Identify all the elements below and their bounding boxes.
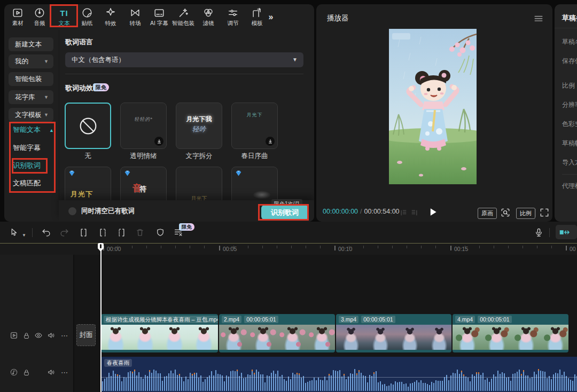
lyrics-language-select[interactable]: 中文（包含粤语） ▼ [65, 52, 303, 67]
waveform-bar [279, 377, 280, 391]
audio-track-lock-icon[interactable] [21, 367, 32, 378]
delete-icon[interactable] [134, 226, 146, 239]
play-button[interactable] [427, 207, 438, 217]
sidebar-item-recognize-lyrics[interactable]: 识别歌词 [13, 160, 41, 171]
sidebar-item-mine[interactable]: 我的▼ [9, 54, 53, 68]
tab-media[interactable]: 素材 [6, 6, 29, 29]
video-preview[interactable] [389, 29, 477, 184]
player-menu-icon[interactable] [533, 13, 544, 23]
text-library-panel: 素材 音频 TI 文本 贴纸 特效 转场 AI 字幕 智能包装 [4, 4, 314, 222]
tab-smart-package[interactable]: 智能包装 [171, 6, 195, 29]
next-frame-icon[interactable] [410, 209, 418, 217]
waveform-bar [457, 370, 458, 391]
adjust-icon [221, 6, 245, 19]
tab-text[interactable]: TI 文本 [52, 6, 76, 29]
waveform-bar [324, 377, 325, 391]
waveform-bar [529, 378, 531, 391]
ruler-tick [291, 246, 292, 248]
sidebar-item-smart-text[interactable]: 智能文本▲ [13, 124, 54, 135]
waveform-bar [258, 372, 259, 391]
ruler-tick [551, 246, 552, 248]
select-tool-chevron-icon[interactable]: ▼ [20, 229, 28, 241]
waveform-bar [121, 381, 122, 391]
ruler-tick [363, 246, 364, 248]
tab-filters[interactable]: 滤镜 [197, 6, 220, 29]
playhead-line[interactable] [100, 243, 102, 392]
draft-panel-title: 草稿参 [562, 13, 577, 23]
split-keep-right-icon[interactable] [115, 226, 128, 239]
toolbar-more-button[interactable]: » [264, 11, 278, 23]
video-track-more-icon[interactable]: ⋯ [59, 330, 70, 341]
volume-line[interactable] [101, 377, 577, 378]
sidebar-item-text-templates[interactable]: 文字模板▼ [9, 108, 53, 122]
waveform-bar [482, 373, 484, 391]
split-keep-left-icon[interactable] [96, 226, 109, 239]
mask-shield-icon[interactable] [154, 226, 167, 239]
ruler-tick [306, 246, 306, 248]
sidebar-item-new-text[interactable]: 新建文本 [9, 37, 53, 51]
waveform-bar [568, 378, 569, 391]
audio-track-volume-icon[interactable] [46, 367, 57, 378]
clip-thumbnails [336, 325, 451, 350]
waveform-bar [382, 385, 383, 391]
ruler-tick [132, 246, 132, 248]
effects-star-icon [99, 6, 122, 19]
tab-stickers[interactable]: 贴纸 [75, 6, 99, 29]
auto-ripple-toggle[interactable] [556, 225, 577, 239]
video-track-lock-icon[interactable] [21, 330, 32, 341]
waveform-bar [123, 377, 124, 391]
clip-thumbnail [424, 325, 451, 350]
video-track-visibility-icon[interactable] [33, 330, 44, 341]
fullscreen-icon[interactable] [539, 207, 550, 218]
select-tool-icon[interactable] [7, 226, 20, 239]
redo-icon[interactable] [58, 226, 71, 239]
audio-track-more-icon[interactable]: ⋯ [59, 367, 70, 378]
waveform-bar [397, 382, 398, 391]
chevron-down-icon: ▼ [44, 90, 49, 104]
audio-track-type-icon [9, 367, 19, 378]
waveform-bar [106, 378, 107, 391]
tab-effects[interactable]: 特效 [99, 6, 122, 29]
timeline-ruler[interactable]: 00:00 00:05 00:10 00:15 00 [0, 243, 577, 255]
original-quality-button[interactable]: 原画 [478, 208, 497, 219]
audio-clip[interactable]: 春夜喜雨 [101, 357, 577, 392]
clear-existing-checkbox[interactable] [68, 207, 76, 215]
microphone-icon[interactable] [532, 226, 545, 239]
ratio-button[interactable]: 比例 [516, 208, 535, 219]
sidebar-item-smart-captions[interactable]: 智能字幕 [13, 143, 41, 153]
video-track-volume-icon[interactable] [46, 330, 57, 341]
cover-button[interactable]: 封面 [76, 324, 96, 346]
waveform-bar [341, 377, 342, 391]
effect-card-text-split[interactable]: 月光下我 轻吟 [176, 103, 222, 149]
video-clip-4[interactable]: 4.mp400:00:05:01 [453, 314, 568, 352]
ruler-tick [233, 246, 234, 248]
effect-card-none[interactable] [65, 103, 111, 149]
undo-icon[interactable] [40, 226, 52, 239]
tab-audio[interactable]: 音频 [28, 6, 51, 29]
clip-duration: 00:00:05:01 [244, 316, 278, 323]
tab-adjust[interactable]: 调节 [221, 6, 245, 29]
video-clip-3[interactable]: 3.mp400:00:05:01 [336, 314, 451, 352]
split-icon[interactable] [77, 226, 90, 239]
waveform-bar [245, 378, 246, 391]
video-clip-1[interactable]: 根据诗生成视频分镜脚本春夜喜雨 – 豆包.mp4 [101, 314, 218, 352]
preview-zoom-icon[interactable] [500, 207, 511, 218]
sidebar-item-fancy-text[interactable]: 花字库▼ [9, 90, 53, 104]
sidebar-item-smart-package[interactable]: 智能包装 [9, 72, 53, 86]
waveform-bar [290, 379, 291, 391]
recognize-lyrics-button[interactable]: 识别歌词 [261, 205, 308, 219]
video-clip-2[interactable]: 2.mp400:00:05:01 [219, 314, 335, 352]
effect-card-spring-prelude[interactable]: 月光下 [231, 103, 278, 149]
sidebar-item-script-match[interactable]: 文稿匹配 [13, 178, 41, 189]
tab-transitions[interactable]: 转场 [123, 6, 147, 29]
waveform-bar [358, 370, 360, 391]
tab-ai-captions[interactable]: AI 字幕 [147, 6, 171, 29]
waveform-bar [235, 371, 236, 391]
waveform-bar [525, 375, 526, 391]
clip-duration: 00:00:05:01 [361, 316, 395, 323]
waveform-bar [252, 370, 253, 391]
effect-card-transparent-mood[interactable]: 轻轻的* [120, 103, 167, 149]
previous-frame-icon[interactable] [400, 209, 408, 217]
waveform-bar [538, 369, 539, 391]
chevron-down-icon: ▼ [292, 52, 298, 67]
